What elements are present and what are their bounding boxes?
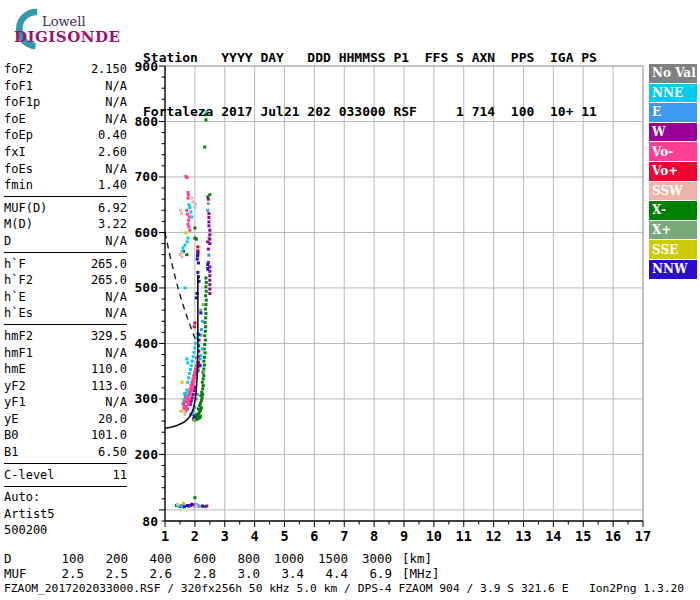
echo-point-x- bbox=[199, 415, 202, 418]
x-tick-label: 8 bbox=[370, 528, 378, 544]
param-label: foEs bbox=[4, 161, 33, 178]
echo-point-w bbox=[208, 283, 211, 286]
echo-point-x- bbox=[204, 285, 207, 288]
echo-point-nne bbox=[193, 346, 196, 349]
echo-point-x- bbox=[199, 394, 202, 397]
muf-cell: 100 bbox=[40, 551, 84, 566]
x-tick-label: 9 bbox=[400, 528, 408, 544]
param-label: B1 bbox=[4, 444, 18, 461]
echo-point-nnw bbox=[197, 261, 200, 264]
echo-color-legend: No ValNNEEWVo-Vo+SSWX-X+SSENNW bbox=[649, 64, 697, 280]
echo-point-vo- bbox=[186, 407, 189, 410]
param-label: C-level bbox=[4, 467, 55, 484]
echo-point-x- bbox=[202, 384, 205, 387]
x-tick-label: 1 bbox=[161, 528, 169, 544]
legend-label: X+ bbox=[649, 223, 671, 237]
echo-point-w bbox=[208, 233, 211, 236]
echo-point-sse bbox=[181, 381, 184, 384]
param-row-foes: foEsN/A bbox=[4, 161, 127, 178]
echo-point-x- bbox=[202, 377, 205, 380]
echo-point-nne bbox=[184, 244, 187, 247]
param-row-hmf1: hmF1N/A bbox=[4, 345, 127, 362]
param-value: 110.0 bbox=[91, 361, 127, 378]
echo-point-x- bbox=[201, 387, 204, 390]
echo-point-w bbox=[192, 389, 195, 392]
muf-cell: 4.4 bbox=[304, 566, 348, 581]
echo-point-vo+ bbox=[193, 325, 196, 328]
param-value: 6.50 bbox=[98, 444, 127, 461]
param-value: 11 bbox=[113, 467, 127, 484]
echo-point-w bbox=[205, 505, 208, 508]
legend-label: No Val bbox=[649, 66, 696, 80]
param-row-hmf2: hmF2329.5 bbox=[4, 328, 127, 345]
echo-point-vo- bbox=[186, 176, 189, 179]
echo-point-x- bbox=[203, 364, 206, 367]
param-value: N/A bbox=[105, 78, 127, 95]
echo-point-x+ bbox=[192, 419, 195, 422]
param-row-b0: B0101.0 bbox=[4, 427, 127, 444]
echo-point-nne bbox=[192, 355, 195, 358]
param-value: N/A bbox=[105, 394, 127, 411]
param-value: 101.0 bbox=[91, 427, 127, 444]
echo-point-vo+ bbox=[193, 321, 196, 324]
echo-point-e bbox=[206, 209, 209, 212]
legend-label: E bbox=[649, 105, 661, 119]
echo-point-vo- bbox=[184, 396, 187, 399]
echo-point-nne bbox=[181, 247, 184, 250]
echo-point-nnw bbox=[183, 505, 186, 508]
station-header-line1: Station YYYY DAY DDD HHMMSS P1 FFS S AXN… bbox=[143, 49, 597, 67]
echo-point-vo- bbox=[192, 380, 195, 383]
param-value: 329.5 bbox=[91, 328, 127, 345]
x-tick-label: 6 bbox=[310, 528, 318, 544]
echo-point-w bbox=[207, 248, 210, 251]
station-header-line2: Fortaleza 2017 Jul21 202 033000 RSF 1 71… bbox=[143, 103, 597, 121]
muf-cell: 200 bbox=[84, 551, 128, 566]
param-row-hes: h`EsN/A bbox=[4, 305, 127, 322]
legend-label: X- bbox=[649, 203, 666, 217]
muf-unit: [MHz] bbox=[392, 566, 440, 581]
param-label: D bbox=[4, 233, 11, 250]
legend-item-vo+: Vo+ bbox=[649, 162, 697, 181]
param-value: 265.0 bbox=[91, 256, 127, 273]
param-row-auto: Auto: bbox=[4, 489, 127, 506]
echo-point-vo- bbox=[187, 225, 190, 228]
echo-point-x- bbox=[185, 253, 188, 256]
echo-point-x- bbox=[204, 303, 207, 306]
y-tick-label: 500 bbox=[135, 280, 159, 295]
param-row-clevel: C-level11 bbox=[4, 467, 127, 484]
echo-point-x- bbox=[204, 330, 207, 333]
legend-item-e: E bbox=[649, 103, 697, 122]
x-tick-label: 11 bbox=[456, 528, 472, 544]
echo-point-nne bbox=[191, 360, 194, 363]
echo-point-ssw bbox=[181, 255, 184, 258]
param-row-fxi: fxI2.60 bbox=[4, 144, 127, 161]
echo-point-e bbox=[207, 254, 210, 257]
param-label: foEp bbox=[4, 127, 33, 144]
legend-label: Vo- bbox=[649, 145, 673, 159]
param-label: foE bbox=[4, 111, 26, 128]
param-value: 0.40 bbox=[98, 127, 127, 144]
echo-point-x- bbox=[193, 496, 196, 499]
x-tick-label: 4 bbox=[251, 528, 259, 544]
param-label: h`F2 bbox=[4, 272, 33, 289]
echo-point-vo- bbox=[188, 229, 191, 232]
echo-point-w bbox=[207, 212, 210, 215]
echo-point-x- bbox=[204, 312, 207, 315]
echo-point-nne bbox=[186, 361, 189, 364]
param-row-he: h`EN/A bbox=[4, 289, 127, 306]
param-row-md: M(D)3.22 bbox=[4, 216, 127, 233]
echo-point-ssw bbox=[191, 200, 194, 203]
muf-table-row-d: D100200400600800100015003000[km] bbox=[4, 551, 440, 566]
muf-unit: [km] bbox=[392, 551, 432, 566]
echo-point-w bbox=[206, 240, 209, 243]
legend-item-nne: NNE bbox=[649, 84, 697, 103]
muf-cell: 2.5 bbox=[40, 566, 84, 581]
muf-cell: 400 bbox=[128, 551, 172, 566]
y-tick-label: 200 bbox=[135, 447, 159, 462]
echo-point-x- bbox=[205, 290, 208, 293]
param-label: yE bbox=[4, 411, 18, 428]
echo-point-vo- bbox=[188, 397, 191, 400]
legend-item-ssw: SSW bbox=[649, 182, 697, 201]
param-value: 1.40 bbox=[98, 177, 127, 194]
echo-point-vo- bbox=[190, 386, 193, 389]
